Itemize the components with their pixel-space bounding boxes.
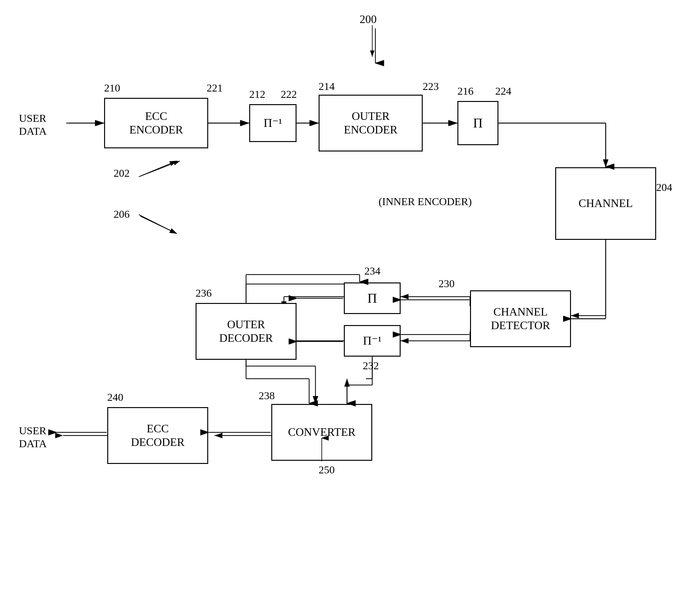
channel-detector-box: CHANNELDETECTOR [470,290,571,347]
user-data-in-label: USER DATA [19,112,47,138]
pi-inv-2-label: Π⁻¹ [363,333,382,348]
inner-encoder-label: (INNER ENCODER) [378,196,472,208]
ref-212: 212 [249,88,265,101]
channel-detector-label: CHANNELDETECTOR [491,305,550,332]
outer-encoder-box: OUTERENCODER [319,95,423,152]
ecc-encoder-label: ECCENCODER [129,110,183,136]
pi-1-box: Π [457,101,498,145]
ref-236: 236 [196,287,212,299]
ref-223: 223 [423,80,439,92]
pi-inv-1-box: Π⁻¹ [249,104,296,142]
pi-2-box: Π [344,282,401,314]
pi-1-label: Π [473,115,483,131]
ecc-encoder-box: ECCENCODER [104,98,208,148]
pi-inv-1-label: Π⁻¹ [264,116,282,130]
ref-214: 214 [319,80,335,92]
ref-222: 222 [281,88,297,101]
ref-250: 250 [319,464,335,476]
ref-206: 206 [114,208,130,220]
channel-box: CHANNEL [555,167,656,240]
ref-224: 224 [495,85,511,97]
pi-inv-2-box: Π⁻¹ [344,325,401,357]
outer-decoder-label: OUTERDECODER [219,318,273,345]
ref-204: 204 [656,182,672,193]
ref-202: 202 [114,167,130,179]
ref-200: 200 [360,13,377,26]
pi-2-label: Π [368,290,377,306]
ref-232: 232 [363,360,379,372]
svg-line-61 [140,161,177,176]
svg-line-62 [140,216,177,234]
outer-decoder-box: OUTERDECODER [196,303,296,360]
ref-238: 238 [259,390,275,402]
svg-line-30 [139,161,180,177]
ref-210: 210 [104,82,120,94]
converter-box: CONVERTER [271,404,372,461]
user-data-out-label: USER DATA [19,425,47,450]
svg-line-31 [139,214,177,234]
ref-216: 216 [457,85,473,97]
channel-label: CHANNEL [579,197,633,210]
outer-encoder-label: OUTERENCODER [344,110,398,136]
converter-label: CONVERTER [288,425,356,439]
ecc-decoder-box: ECCDECODER [107,407,208,464]
ref-230: 230 [439,278,455,290]
ref-221: 221 [207,82,223,94]
ecc-decoder-label: ECCDECODER [131,422,184,449]
ref-240: 240 [107,391,123,403]
ref-234: 234 [364,265,380,277]
